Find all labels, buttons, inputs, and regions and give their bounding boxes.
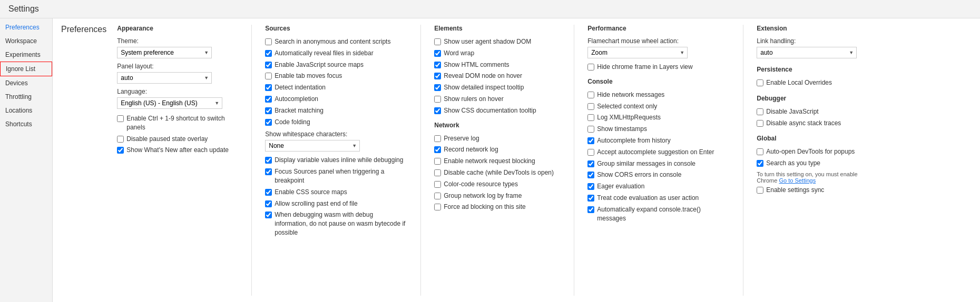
- treat-code-evaluation-item: Treat code evaluation as user action: [587, 194, 730, 203]
- search-as-you-type-label: Search as you type: [766, 159, 820, 168]
- theme-select[interactable]: System preference Light Dark: [117, 47, 212, 58]
- global-note: To turn this setting on, you must enable…: [757, 171, 873, 184]
- sidebar-item-devices[interactable]: Devices: [0, 76, 52, 90]
- network-request-blocking-checkbox[interactable]: [434, 158, 441, 165]
- autocompletion-checkbox[interactable]: [265, 96, 272, 103]
- panel-layout-select-wrapper[interactable]: auto horizontal vertical: [117, 72, 212, 84]
- autocomplete-history-checkbox[interactable]: [587, 137, 594, 144]
- enable-settings-sync-checkbox[interactable]: [757, 187, 763, 194]
- wasm-debug-checkbox[interactable]: [265, 212, 272, 218]
- flamechart-select-wrapper[interactable]: Zoom Scroll: [587, 47, 688, 58]
- sidebar: Preferences Workspace Experiments Ignore…: [0, 18, 53, 302]
- treat-code-evaluation-checkbox[interactable]: [587, 195, 594, 202]
- auto-open-devtools-checkbox[interactable]: [757, 148, 763, 155]
- bracket-matching-checkbox[interactable]: [265, 107, 272, 114]
- accept-autocomplete-enter-checkbox[interactable]: [587, 149, 594, 156]
- tab-moves-focus-label: Enable tab moves focus: [275, 72, 342, 80]
- show-whitespace-select-wrapper[interactable]: None All Trailing: [265, 140, 360, 152]
- page-title: Preferences: [61, 25, 106, 296]
- js-source-maps-label: Enable JavaScript source maps: [275, 61, 364, 69]
- auto-expand-console-checkbox[interactable]: [587, 206, 594, 213]
- reveal-dom-checkbox[interactable]: [434, 73, 441, 79]
- global-title: Global: [757, 135, 883, 142]
- preserve-log-checkbox[interactable]: [434, 135, 441, 142]
- detailed-inspect-checkbox[interactable]: [434, 84, 441, 91]
- allow-scrolling-checkbox[interactable]: [265, 200, 272, 207]
- preserve-log-item: Preserve log: [434, 134, 561, 143]
- eager-evaluation-label: Eager evaluation: [597, 182, 644, 191]
- ctrl-shortcut-checkbox[interactable]: [117, 115, 124, 122]
- html-comments-checkbox[interactable]: [434, 62, 441, 68]
- auto-open-devtools-label: Auto-open DevTools for popups: [766, 147, 855, 156]
- sidebar-item-throttling[interactable]: Throttling: [0, 90, 52, 104]
- go-to-settings-link[interactable]: Go to Settings: [779, 177, 816, 184]
- appearance-section: Appearance Theme: System preference Ligh…: [117, 25, 238, 296]
- sidebar-item-workspace[interactable]: Workspace: [0, 34, 52, 48]
- sidebar-item-experiments[interactable]: Experiments: [0, 48, 52, 62]
- sidebar-item-preferences[interactable]: Preferences: [0, 21, 52, 34]
- hide-network-messages-checkbox[interactable]: [587, 92, 594, 98]
- search-as-you-type-checkbox[interactable]: [757, 160, 763, 167]
- eager-evaluation-checkbox[interactable]: [587, 183, 594, 190]
- auto-reveal-checkbox[interactable]: [265, 50, 272, 57]
- language-select[interactable]: English (US) - English (US): [117, 97, 222, 109]
- whats-new-checkbox[interactable]: [117, 147, 124, 154]
- disable-paused-checkbox[interactable]: [117, 136, 124, 143]
- disable-cache-checkbox[interactable]: [434, 169, 441, 176]
- detect-indentation-checkbox[interactable]: [265, 84, 272, 91]
- detailed-inspect-label: Show detailed inspect tooltip: [444, 83, 524, 92]
- focus-sources-checkbox[interactable]: [265, 168, 272, 175]
- language-label: Language:: [117, 88, 238, 95]
- search-anonymous-checkbox[interactable]: [265, 38, 272, 45]
- selected-context-only-checkbox[interactable]: [587, 103, 594, 110]
- show-timestamps-item: Show timestamps: [587, 125, 730, 134]
- css-source-maps-checkbox[interactable]: [265, 189, 272, 196]
- auto-reveal-label: Automatically reveal files in sidebar: [275, 49, 373, 58]
- css-doc-tooltip-checkbox[interactable]: [434, 107, 441, 114]
- log-xmlhttp-checkbox[interactable]: [587, 114, 594, 121]
- link-handling-select[interactable]: auto: [757, 47, 857, 58]
- record-network-checkbox[interactable]: [434, 146, 441, 153]
- show-whitespace-select[interactable]: None All Trailing: [265, 140, 360, 152]
- rulers-hover-checkbox[interactable]: [434, 96, 441, 103]
- link-handling-select-wrapper[interactable]: auto: [757, 47, 857, 58]
- disable-async-stack-checkbox[interactable]: [757, 120, 763, 127]
- whats-new-item: Show What's New after each update: [117, 146, 238, 155]
- reveal-dom-label: Reveal DOM node on hover: [444, 72, 522, 80]
- show-timestamps-checkbox[interactable]: [587, 126, 594, 133]
- main-layout: Preferences Workspace Experiments Ignore…: [0, 18, 980, 302]
- word-wrap-item: Word wrap: [434, 49, 561, 58]
- performance-section: Performance Flamechart mouse wheel actio…: [587, 25, 730, 296]
- sources-title: Sources: [265, 25, 407, 32]
- divider-3: [574, 25, 574, 296]
- flamechart-select[interactable]: Zoom Scroll: [587, 47, 688, 58]
- theme-select-wrapper[interactable]: System preference Light Dark: [117, 47, 212, 58]
- js-source-maps-checkbox[interactable]: [265, 62, 272, 68]
- sidebar-item-ignore-list[interactable]: Ignore List: [0, 62, 52, 76]
- disable-js-checkbox[interactable]: [757, 108, 763, 115]
- hide-chrome-frame-checkbox[interactable]: [587, 64, 594, 71]
- disable-cache-label: Disable cache (while DevTools is open): [444, 168, 554, 177]
- show-cors-errors-checkbox[interactable]: [587, 172, 594, 178]
- tab-moves-focus-checkbox[interactable]: [265, 73, 272, 79]
- css-doc-tooltip-label: Show CSS documentation tooltip: [444, 106, 536, 115]
- sidebar-item-shortcuts[interactable]: Shortcuts: [0, 117, 52, 131]
- disable-async-stack-item: Disable async stack traces: [757, 119, 883, 128]
- panel-layout-select[interactable]: auto horizontal vertical: [117, 72, 212, 84]
- code-folding-checkbox[interactable]: [265, 119, 272, 126]
- autocompletion-label: Autocompletion: [275, 95, 318, 104]
- language-select-wrapper[interactable]: English (US) - English (US): [117, 97, 222, 109]
- enable-local-overrides-item: Enable Local Overrides: [757, 78, 883, 87]
- force-ad-blocking-checkbox[interactable]: [434, 204, 441, 210]
- user-agent-shadow-checkbox[interactable]: [434, 38, 441, 45]
- word-wrap-checkbox[interactable]: [434, 50, 441, 57]
- display-variable-checkbox[interactable]: [265, 157, 272, 164]
- color-code-checkbox[interactable]: [434, 181, 441, 188]
- sidebar-item-locations[interactable]: Locations: [0, 104, 52, 117]
- detect-indentation-item: Detect indentation: [265, 83, 407, 92]
- reveal-dom-item: Reveal DOM node on hover: [434, 72, 561, 80]
- group-similar-messages-checkbox[interactable]: [587, 160, 594, 167]
- enable-local-overrides-checkbox[interactable]: [757, 79, 763, 86]
- group-network-log-checkbox[interactable]: [434, 193, 441, 199]
- theme-label: Theme:: [117, 37, 238, 45]
